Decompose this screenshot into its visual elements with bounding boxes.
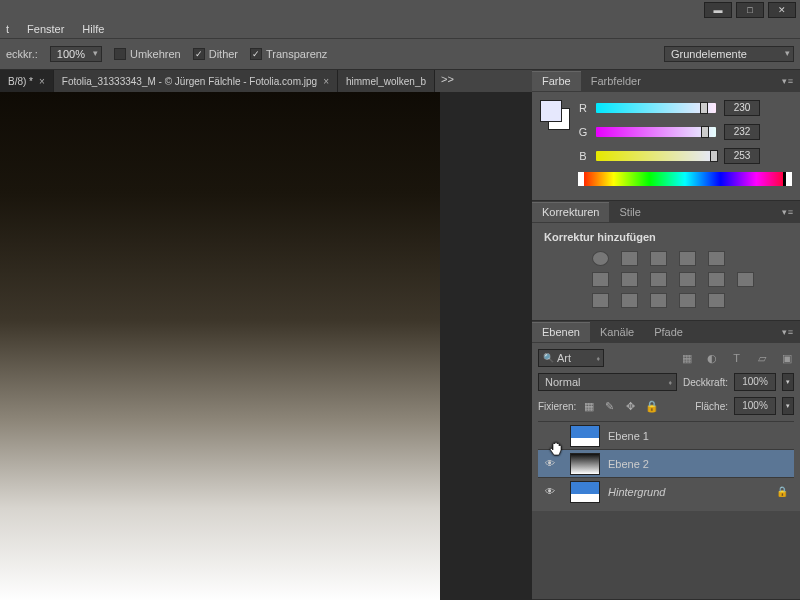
search-icon: 🔍 (543, 353, 554, 363)
minimize-button[interactable]: ▬ (704, 2, 732, 18)
opacity-combo[interactable]: 100% (50, 46, 102, 62)
panel-menu-button[interactable]: ▾≡ (776, 207, 800, 217)
levels-icon[interactable] (621, 251, 638, 266)
layer-row[interactable]: 👁 Ebene 2 (538, 449, 794, 477)
invert-icon[interactable] (592, 293, 609, 308)
opacity-label: Deckkraft: (683, 377, 728, 388)
b-label: B (578, 150, 588, 162)
dither-option[interactable]: ✓ Dither (193, 48, 238, 60)
lock-all-icon[interactable]: 🔒 (645, 400, 658, 413)
blend-mode-combo[interactable]: Normal (538, 373, 677, 391)
lock-pixels-icon[interactable]: ✎ (603, 400, 616, 413)
workspace-combo[interactable]: Grundelemente (664, 46, 794, 62)
filter-smart-icon[interactable]: ▣ (779, 351, 794, 366)
tab-swatches[interactable]: Farbfelder (581, 71, 651, 91)
visibility-toggle[interactable]: 👁 (538, 486, 562, 497)
layer-thumbnail[interactable] (570, 481, 600, 503)
tab-channels[interactable]: Kanäle (590, 322, 644, 342)
r-label: R (578, 102, 588, 114)
filter-label: Art (557, 352, 571, 364)
lock-label: Fixieren: (538, 401, 576, 412)
lock-transparency-icon[interactable]: ▦ (582, 400, 595, 413)
tab-overflow-button[interactable]: >> (435, 70, 460, 92)
filter-type-icon[interactable]: T (729, 351, 744, 366)
tab-label: Fotolia_31333343_M - © Jürgen Fälchle - … (62, 76, 317, 87)
mixer-icon[interactable] (708, 272, 725, 287)
layer-name[interactable]: Ebene 1 (608, 430, 649, 442)
document-tab-2[interactable]: Fotolia_31333343_M - © Jürgen Fälchle - … (54, 70, 338, 92)
lookup-icon[interactable] (737, 272, 754, 287)
hand-cursor-icon (547, 442, 563, 458)
color-spectrum[interactable] (578, 172, 792, 186)
canvas-content (0, 92, 440, 600)
document-tab-1[interactable]: B/8) * × (0, 70, 54, 92)
b-value[interactable]: 253 (724, 148, 760, 164)
bw-icon[interactable] (650, 272, 667, 287)
dither-checkbox[interactable]: ✓ (193, 48, 205, 60)
hue-icon[interactable] (592, 272, 609, 287)
opacity-label: eckkr.: (6, 48, 38, 60)
selective-icon[interactable] (708, 293, 725, 308)
opacity-value[interactable]: 100% (734, 373, 776, 391)
layer-row[interactable]: 👁 Hintergrund 🔒 (538, 477, 794, 505)
menu-item-t[interactable]: t (6, 23, 9, 35)
curves-icon[interactable] (650, 251, 667, 266)
document-tab-3[interactable]: himmel_wolken_b (338, 70, 435, 92)
layer-filter-combo[interactable]: 🔍 Art (538, 349, 604, 367)
layer-name[interactable]: Hintergrund (608, 486, 665, 498)
tab-paths[interactable]: Pfade (644, 322, 693, 342)
lock-icon: 🔒 (776, 486, 788, 497)
brightness-icon[interactable] (592, 251, 609, 266)
transparency-checkbox[interactable]: ✓ (250, 48, 262, 60)
g-slider[interactable] (596, 127, 716, 137)
dither-label: Dither (209, 48, 238, 60)
r-value[interactable]: 230 (724, 100, 760, 116)
layer-thumbnail[interactable] (570, 453, 600, 475)
adjustments-title: Korrektur hinzufügen (544, 231, 788, 243)
tab-color[interactable]: Farbe (532, 71, 581, 91)
balance-icon[interactable] (621, 272, 638, 287)
g-label: G (578, 126, 588, 138)
posterize-icon[interactable] (621, 293, 638, 308)
panel-menu-button[interactable]: ▾≡ (776, 76, 800, 86)
filter-pixel-icon[interactable]: ▦ (679, 351, 694, 366)
photo-filter-icon[interactable] (679, 272, 696, 287)
tab-styles[interactable]: Stile (609, 202, 650, 222)
b-slider[interactable] (596, 151, 716, 161)
filter-adjust-icon[interactable]: ◐ (704, 351, 719, 366)
tab-adjustments[interactable]: Korrekturen (532, 202, 609, 222)
close-button[interactable]: ✕ (768, 2, 796, 18)
visibility-toggle[interactable]: 👁 (538, 458, 562, 469)
foreground-swatch[interactable] (540, 100, 562, 122)
tab-layers[interactable]: Ebenen (532, 322, 590, 342)
reverse-option[interactable]: Umkehren (114, 48, 181, 60)
reverse-label: Umkehren (130, 48, 181, 60)
layer-thumbnail[interactable] (570, 425, 600, 447)
tab-label: B/8) * (8, 76, 33, 87)
filter-shape-icon[interactable]: ▱ (754, 351, 769, 366)
fill-label: Fläche: (695, 401, 728, 412)
fill-value[interactable]: 100% (734, 397, 776, 415)
g-value[interactable]: 232 (724, 124, 760, 140)
close-tab-icon[interactable]: × (39, 76, 45, 87)
layer-name[interactable]: Ebene 2 (608, 458, 649, 470)
fill-popup[interactable]: ▾ (782, 397, 794, 415)
menu-fenster[interactable]: Fenster (27, 23, 64, 35)
gradient-map-icon[interactable] (679, 293, 696, 308)
reverse-checkbox[interactable] (114, 48, 126, 60)
layer-row[interactable]: Ebene 1 (538, 421, 794, 449)
vibrance-icon[interactable] (708, 251, 725, 266)
close-tab-icon[interactable]: × (323, 76, 329, 87)
opacity-popup[interactable]: ▾ (782, 373, 794, 391)
tab-label: himmel_wolken_b (346, 76, 426, 87)
menu-hilfe[interactable]: Hilfe (82, 23, 104, 35)
panel-menu-button[interactable]: ▾≡ (776, 327, 800, 337)
transparency-option[interactable]: ✓ Transparenz (250, 48, 327, 60)
canvas[interactable] (0, 92, 532, 600)
transparency-label: Transparenz (266, 48, 327, 60)
maximize-button[interactable]: □ (736, 2, 764, 18)
exposure-icon[interactable] (679, 251, 696, 266)
r-slider[interactable] (596, 103, 716, 113)
lock-position-icon[interactable]: ✥ (624, 400, 637, 413)
threshold-icon[interactable] (650, 293, 667, 308)
